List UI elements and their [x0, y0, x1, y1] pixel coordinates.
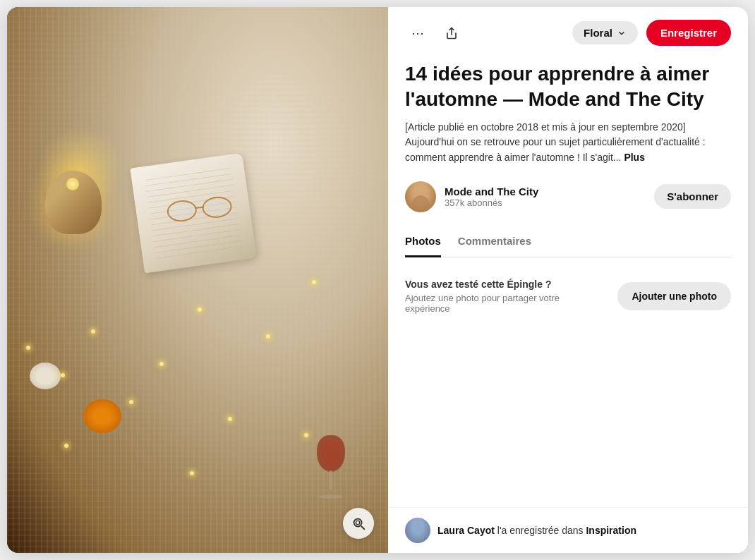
share-button[interactable]: [439, 20, 464, 46]
candle: [45, 171, 102, 234]
wine-glass: [312, 435, 350, 499]
photo-prompt-section: Vous avez testé cette Épingle ? Ajoutez …: [405, 272, 731, 328]
camera-search-icon: [351, 516, 366, 531]
glasses-left-lens: [166, 199, 198, 223]
image-panel: [7, 7, 388, 553]
pumpkin-white: [30, 363, 61, 389]
photo-prompt-title: Vous avez testé cette Épingle ?: [405, 279, 606, 290]
author-name[interactable]: Mode and The City: [445, 185, 646, 197]
author-avatar[interactable]: [405, 181, 436, 212]
saver-avatar[interactable]: [405, 518, 430, 543]
wine-base: [319, 494, 343, 499]
photo-prompt-subtitle: Ajoutez une photo pour partager votre ex…: [405, 293, 606, 314]
toolbar: ⋯ Floral Enregistrer: [405, 7, 731, 54]
author-avatar-image: [405, 181, 436, 212]
board-name-label: Floral: [584, 27, 612, 39]
pin-modal: ⋯ Floral Enregistrer 14 idées pour appre…: [7, 7, 748, 553]
glasses-right-lens: [201, 195, 233, 219]
pin-image: [7, 7, 388, 553]
tab-photos[interactable]: Photos: [405, 228, 441, 257]
svg-point-0: [354, 519, 362, 527]
footer-bar: Laura Cayot l'a enregistrée dans Inspira…: [388, 507, 748, 553]
wine-stem: [330, 470, 332, 490]
save-button[interactable]: Enregistrer: [646, 20, 731, 46]
tab-commentaires[interactable]: Commentaires: [458, 228, 531, 257]
author-row: Mode and The City 357k abonnés S'abonner: [405, 181, 731, 212]
photo-prompt-text: Vous avez testé cette Épingle ? Ajoutez …: [405, 279, 606, 314]
pin-description: [Article publié en octobre 2018 et mis à…: [405, 120, 731, 166]
description-text: [Article publié en octobre 2018 et mis à…: [405, 121, 706, 163]
board-selector-button[interactable]: Floral: [572, 21, 638, 44]
wine-bowl: [317, 435, 345, 472]
author-info: Mode and The City 357k abonnés: [445, 185, 646, 208]
content-panel: ⋯ Floral Enregistrer 14 idées pour appre…: [388, 7, 748, 553]
svg-point-1: [356, 521, 360, 525]
add-photo-button[interactable]: Ajouter une photo: [617, 282, 731, 310]
visual-search-button[interactable]: [343, 508, 374, 539]
pin-title: 14 idées pour apprendre à aimer l'automn…: [405, 61, 731, 113]
pumpkin-orange: [83, 399, 121, 433]
read-more-button[interactable]: Plus: [624, 152, 645, 163]
more-options-button[interactable]: ⋯: [405, 20, 430, 46]
subscribe-button[interactable]: S'abonner: [654, 184, 731, 209]
saved-board[interactable]: Inspiration: [586, 525, 636, 536]
tabs-row: Photos Commentaires: [405, 228, 731, 257]
footer-saved-info: Laura Cayot l'a enregistrée dans Inspira…: [437, 525, 636, 536]
saver-avatar-image: [405, 518, 430, 543]
author-followers: 357k abonnés: [445, 197, 646, 208]
saver-name[interactable]: Laura Cayot: [437, 525, 495, 536]
chevron-down-icon: [617, 28, 627, 38]
share-icon: [445, 27, 458, 39]
